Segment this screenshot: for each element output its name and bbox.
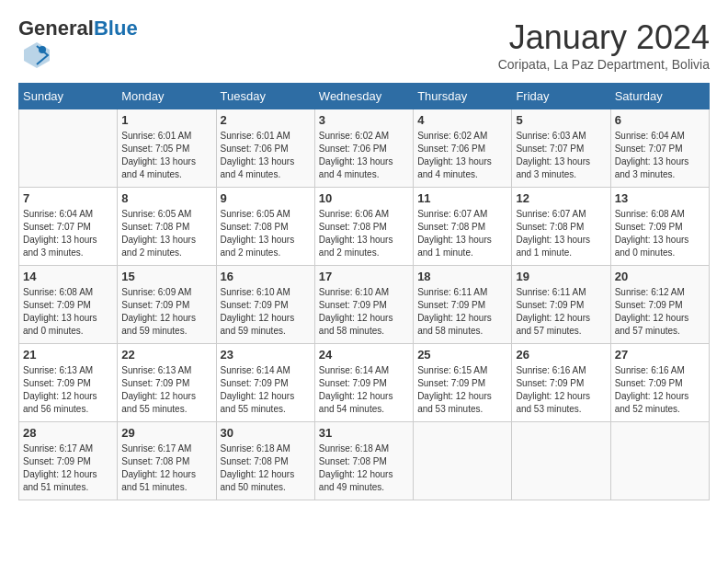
- day-info: Sunrise: 6:08 AMSunset: 7:09 PMDaylight:…: [23, 286, 113, 338]
- calendar-cell: 14Sunrise: 6:08 AMSunset: 7:09 PMDayligh…: [19, 266, 118, 344]
- calendar-cell: 4Sunrise: 6:02 AMSunset: 7:06 PMDaylight…: [414, 109, 512, 188]
- day-number: 5: [516, 113, 606, 127]
- day-info: Sunrise: 6:14 AMSunset: 7:09 PMDaylight:…: [221, 364, 311, 416]
- calendar-cell: 13Sunrise: 6:08 AMSunset: 7:09 PMDayligh…: [610, 188, 709, 266]
- day-info: Sunrise: 6:11 AMSunset: 7:09 PMDaylight:…: [516, 286, 606, 338]
- day-info: Sunrise: 6:05 AMSunset: 7:08 PMDaylight:…: [121, 208, 211, 259]
- day-info: Sunrise: 6:04 AMSunset: 7:07 PMDaylight:…: [23, 208, 113, 259]
- day-number: 10: [319, 191, 409, 205]
- day-info: Sunrise: 6:01 AMSunset: 7:06 PMDaylight:…: [221, 130, 311, 181]
- day-info: Sunrise: 6:15 AMSunset: 7:09 PMDaylight:…: [417, 364, 507, 416]
- logo-general-text: General: [18, 17, 94, 40]
- day-number: 12: [516, 191, 606, 205]
- calendar-cell: 30Sunrise: 6:18 AMSunset: 7:08 PMDayligh…: [216, 422, 314, 500]
- logo: GeneralBlue: [18, 18, 138, 75]
- day-info: Sunrise: 6:16 AMSunset: 7:09 PMDaylight:…: [516, 364, 606, 416]
- page-header: GeneralBlue January 2024 Coripata, La Pa…: [18, 18, 710, 75]
- day-number: 14: [23, 270, 113, 283]
- calendar-cell: 6Sunrise: 6:04 AMSunset: 7:07 PMDaylight…: [610, 109, 709, 188]
- calendar-cell: 16Sunrise: 6:10 AMSunset: 7:09 PMDayligh…: [216, 266, 314, 344]
- calendar-cell: 5Sunrise: 6:03 AMSunset: 7:07 PMDaylight…: [512, 109, 610, 188]
- day-number: 19: [516, 270, 606, 283]
- calendar-cell: 25Sunrise: 6:15 AMSunset: 7:09 PMDayligh…: [414, 344, 512, 422]
- calendar-cell: 12Sunrise: 6:07 AMSunset: 7:08 PMDayligh…: [512, 188, 610, 266]
- day-info: Sunrise: 6:03 AMSunset: 7:07 PMDaylight:…: [516, 130, 606, 181]
- month-title: January 2024: [498, 18, 710, 57]
- day-number: 17: [319, 270, 409, 283]
- day-info: Sunrise: 6:10 AMSunset: 7:09 PMDaylight:…: [319, 286, 409, 338]
- day-info: Sunrise: 6:01 AMSunset: 7:05 PMDaylight:…: [121, 130, 211, 181]
- calendar-cell: 24Sunrise: 6:14 AMSunset: 7:09 PMDayligh…: [314, 344, 413, 422]
- day-number: 2: [221, 113, 311, 127]
- day-info: Sunrise: 6:10 AMSunset: 7:09 PMDaylight:…: [221, 286, 311, 338]
- day-info: Sunrise: 6:09 AMSunset: 7:09 PMDaylight:…: [121, 286, 211, 338]
- title-block: January 2024 Coripata, La Paz Department…: [498, 18, 710, 72]
- day-info: Sunrise: 6:17 AMSunset: 7:09 PMDaylight:…: [23, 442, 113, 494]
- calendar-week-row: 28Sunrise: 6:17 AMSunset: 7:09 PMDayligh…: [19, 422, 710, 500]
- day-info: Sunrise: 6:18 AMSunset: 7:08 PMDaylight:…: [319, 442, 409, 494]
- calendar-cell: 9Sunrise: 6:05 AMSunset: 7:08 PMDaylight…: [216, 188, 314, 266]
- day-number: 20: [615, 270, 705, 283]
- calendar-cell: 29Sunrise: 6:17 AMSunset: 7:08 PMDayligh…: [118, 422, 216, 500]
- calendar-cell: [19, 109, 118, 188]
- day-number: 1: [121, 113, 211, 127]
- calendar-cell: 2Sunrise: 6:01 AMSunset: 7:06 PMDaylight…: [216, 109, 314, 188]
- calendar-week-row: 7Sunrise: 6:04 AMSunset: 7:07 PMDaylight…: [19, 188, 710, 266]
- calendar-cell: 17Sunrise: 6:10 AMSunset: 7:09 PMDayligh…: [314, 266, 413, 344]
- calendar-table: SundayMondayTuesdayWednesdayThursdayFrid…: [18, 83, 710, 500]
- day-info: Sunrise: 6:12 AMSunset: 7:09 PMDaylight:…: [615, 286, 705, 338]
- day-number: 27: [615, 348, 705, 362]
- col-header-wednesday: Wednesday: [314, 84, 413, 109]
- day-number: 7: [23, 191, 113, 205]
- calendar-cell: [610, 422, 709, 500]
- day-number: 11: [417, 191, 507, 205]
- svg-point-0: [39, 46, 46, 53]
- calendar-cell: [512, 422, 610, 500]
- col-header-saturday: Saturday: [610, 84, 709, 109]
- calendar-cell: 27Sunrise: 6:16 AMSunset: 7:09 PMDayligh…: [610, 344, 709, 422]
- day-info: Sunrise: 6:04 AMSunset: 7:07 PMDaylight:…: [615, 130, 705, 181]
- col-header-monday: Monday: [118, 84, 216, 109]
- day-info: Sunrise: 6:07 AMSunset: 7:08 PMDaylight:…: [417, 208, 507, 259]
- col-header-thursday: Thursday: [414, 84, 512, 109]
- calendar-cell: 31Sunrise: 6:18 AMSunset: 7:08 PMDayligh…: [314, 422, 413, 500]
- day-info: Sunrise: 6:11 AMSunset: 7:09 PMDaylight:…: [417, 286, 507, 338]
- calendar-cell: 15Sunrise: 6:09 AMSunset: 7:09 PMDayligh…: [118, 266, 216, 344]
- day-number: 16: [221, 270, 311, 283]
- calendar-cell: 20Sunrise: 6:12 AMSunset: 7:09 PMDayligh…: [610, 266, 709, 344]
- day-number: 25: [417, 348, 507, 362]
- day-info: Sunrise: 6:16 AMSunset: 7:09 PMDaylight:…: [615, 364, 705, 416]
- day-number: 9: [221, 191, 311, 205]
- day-number: 21: [23, 348, 113, 362]
- calendar-cell: 28Sunrise: 6:17 AMSunset: 7:09 PMDayligh…: [19, 422, 118, 500]
- day-info: Sunrise: 6:06 AMSunset: 7:08 PMDaylight:…: [319, 208, 409, 259]
- day-number: 3: [319, 113, 409, 127]
- day-number: 4: [417, 113, 507, 127]
- calendar-cell: 22Sunrise: 6:13 AMSunset: 7:09 PMDayligh…: [118, 344, 216, 422]
- calendar-week-row: 14Sunrise: 6:08 AMSunset: 7:09 PMDayligh…: [19, 266, 710, 344]
- location: Coripata, La Paz Department, Bolivia: [498, 57, 710, 72]
- calendar-cell: 18Sunrise: 6:11 AMSunset: 7:09 PMDayligh…: [414, 266, 512, 344]
- day-info: Sunrise: 6:07 AMSunset: 7:08 PMDaylight:…: [516, 208, 606, 259]
- logo-blue-text: Blue: [94, 17, 138, 40]
- calendar-cell: 10Sunrise: 6:06 AMSunset: 7:08 PMDayligh…: [314, 188, 413, 266]
- calendar-week-row: 21Sunrise: 6:13 AMSunset: 7:09 PMDayligh…: [19, 344, 710, 422]
- calendar-header-row: SundayMondayTuesdayWednesdayThursdayFrid…: [19, 84, 710, 109]
- calendar-week-row: 1Sunrise: 6:01 AMSunset: 7:05 PMDaylight…: [19, 109, 710, 188]
- day-number: 26: [516, 348, 606, 362]
- calendar-cell: [414, 422, 512, 500]
- calendar-cell: 21Sunrise: 6:13 AMSunset: 7:09 PMDayligh…: [19, 344, 118, 422]
- day-number: 24: [319, 348, 409, 362]
- calendar-cell: 26Sunrise: 6:16 AMSunset: 7:09 PMDayligh…: [512, 344, 610, 422]
- logo-icon: [20, 39, 53, 72]
- calendar-cell: 19Sunrise: 6:11 AMSunset: 7:09 PMDayligh…: [512, 266, 610, 344]
- day-number: 31: [319, 426, 409, 440]
- calendar-cell: 1Sunrise: 6:01 AMSunset: 7:05 PMDaylight…: [118, 109, 216, 188]
- day-info: Sunrise: 6:13 AMSunset: 7:09 PMDaylight:…: [23, 364, 113, 416]
- calendar-cell: 23Sunrise: 6:14 AMSunset: 7:09 PMDayligh…: [216, 344, 314, 422]
- day-number: 29: [121, 426, 211, 440]
- calendar-cell: 3Sunrise: 6:02 AMSunset: 7:06 PMDaylight…: [314, 109, 413, 188]
- day-info: Sunrise: 6:02 AMSunset: 7:06 PMDaylight:…: [417, 130, 507, 181]
- day-info: Sunrise: 6:08 AMSunset: 7:09 PMDaylight:…: [615, 208, 705, 259]
- day-info: Sunrise: 6:18 AMSunset: 7:08 PMDaylight:…: [221, 442, 311, 494]
